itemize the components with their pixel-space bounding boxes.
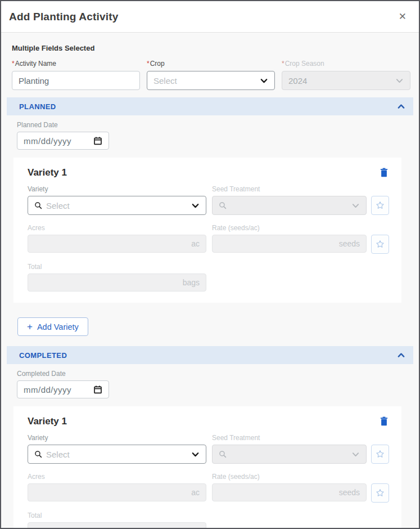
- acres-label: Acres: [28, 473, 206, 481]
- activity-name-label: *Activity Name: [12, 60, 140, 68]
- total-unit: bags: [183, 527, 200, 529]
- completed-variety-card: Variety 1 Variety Select: [13, 406, 401, 529]
- total-label: Total: [28, 263, 206, 271]
- rate-label: Rate (seeds/ac): [212, 224, 389, 232]
- top-fields-row: *Activity Name *Crop Select *Crop Season: [12, 60, 410, 90]
- crop-select[interactable]: Select: [147, 71, 275, 90]
- calendar-icon[interactable]: [93, 385, 102, 394]
- favorite-star-button[interactable]: [371, 196, 389, 215]
- chevron-down-icon: [260, 77, 268, 85]
- crop-label: *Crop: [147, 60, 275, 68]
- chevron-down-icon: [191, 201, 200, 210]
- crop-field: *Crop Select: [147, 60, 275, 90]
- card-header: Variety 1: [28, 415, 389, 427]
- crop-season-select: 2024: [282, 71, 410, 90]
- add-variety-button[interactable]: + Add Variety: [17, 317, 88, 336]
- trash-icon: [380, 168, 388, 177]
- planned-date-placeholder: mm/dd/yyyy: [24, 136, 71, 146]
- acres-input: ac: [28, 483, 206, 501]
- planned-section-title: PLANNED: [19, 102, 56, 111]
- acres-unit: ac: [191, 488, 200, 497]
- required-asterisk: *: [147, 60, 150, 68]
- favorite-star-button[interactable]: [371, 483, 389, 503]
- acres-label: Acres: [28, 224, 206, 232]
- required-asterisk: *: [282, 60, 284, 68]
- chevron-up-icon: [397, 102, 405, 111]
- delete-variety-button[interactable]: [379, 167, 389, 178]
- activity-name-field: *Activity Name: [12, 60, 140, 90]
- rate-input: seeds: [212, 483, 367, 501]
- acres-field: Acres ac: [28, 473, 206, 503]
- add-variety-label: Add Variety: [37, 322, 79, 331]
- search-icon: [219, 450, 227, 458]
- favorite-star-button[interactable]: [371, 235, 389, 254]
- variety-select-placeholder: Select: [46, 450, 187, 459]
- seed-treatment-field: Seed Treatment: [212, 434, 389, 464]
- crop-season-value: 2024: [288, 76, 391, 86]
- star-icon: [375, 488, 385, 498]
- crop-season-label: *Crop Season: [282, 60, 410, 68]
- planned-variety-card: Variety 1 Variety Select: [13, 158, 401, 303]
- variety-label: Variety: [28, 185, 206, 194]
- chevron-down-icon: [351, 450, 360, 459]
- variety-card-title: Variety 1: [28, 416, 67, 427]
- variety-card-title: Variety 1: [28, 167, 67, 178]
- seed-treatment-label: Seed Treatment: [212, 434, 389, 442]
- seed-treatment-select: [212, 196, 367, 215]
- total-unit: bags: [183, 278, 200, 287]
- close-icon[interactable]: ✕: [395, 10, 410, 24]
- required-asterisk: *: [12, 60, 15, 68]
- acres-field: Acres ac: [28, 224, 206, 254]
- completed-date-field: Completed Date mm/dd/yyyy: [17, 370, 413, 398]
- chevron-down-icon: [351, 201, 360, 210]
- completed-section-title: COMPLETED: [19, 351, 67, 360]
- crop-season-field: *Crop Season 2024: [282, 60, 410, 90]
- completed-section-header[interactable]: COMPLETED: [7, 346, 413, 364]
- chevron-down-icon: [395, 77, 404, 85]
- seed-treatment-field: Seed Treatment: [212, 185, 389, 215]
- rate-field: Rate (seeds/ac) seeds: [212, 224, 389, 254]
- acres-input: ac: [28, 235, 206, 253]
- rate-unit: seeds: [339, 488, 360, 497]
- calendar-icon[interactable]: [93, 136, 102, 145]
- trash-icon: [380, 416, 388, 426]
- dialog-header: Add Planting Activity ✕: [1, 1, 419, 33]
- planned-section-header[interactable]: PLANNED: [7, 97, 413, 115]
- plus-icon: +: [27, 322, 33, 331]
- crop-select-placeholder: Select: [153, 76, 256, 86]
- rate-unit: seeds: [339, 239, 360, 248]
- total-input: bags: [28, 274, 206, 292]
- search-icon: [34, 201, 42, 209]
- chevron-up-icon: [397, 351, 405, 360]
- variety-field: Variety Select: [28, 185, 206, 215]
- add-planting-activity-dialog: Add Planting Activity ✕ Multiple Fields …: [0, 0, 420, 529]
- chevron-down-icon: [191, 450, 200, 459]
- variety-field: Variety Select: [28, 434, 206, 464]
- variety-select[interactable]: Select: [28, 196, 206, 215]
- search-icon: [219, 201, 227, 209]
- card-grid: Variety Select Seed Treatment: [28, 434, 389, 529]
- planned-date-field: Planned Date mm/dd/yyyy: [17, 121, 413, 150]
- dialog-body: Multiple Fields Selected *Activity Name …: [1, 44, 419, 529]
- planned-date-label: Planned Date: [17, 121, 413, 129]
- total-field: Total bags: [28, 512, 206, 529]
- search-icon: [34, 450, 42, 458]
- delete-variety-button[interactable]: [379, 415, 389, 427]
- star-icon: [375, 239, 385, 249]
- card-header: Variety 1: [28, 167, 389, 178]
- rate-label: Rate (seeds/ac): [212, 473, 389, 481]
- rate-input: seeds: [212, 235, 367, 253]
- total-field: Total bags: [28, 263, 206, 292]
- completed-date-placeholder: mm/dd/yyyy: [24, 385, 71, 394]
- total-label: Total: [28, 512, 206, 520]
- favorite-star-button[interactable]: [371, 445, 389, 464]
- completed-date-input[interactable]: mm/dd/yyyy: [17, 380, 109, 398]
- fields-selected-label: Multiple Fields Selected: [12, 44, 408, 52]
- activity-name-input[interactable]: [12, 71, 140, 90]
- variety-select[interactable]: Select: [28, 445, 206, 464]
- star-icon: [375, 449, 385, 459]
- variety-select-placeholder: Select: [46, 201, 187, 210]
- card-grid: Variety Select Seed Treatment: [28, 185, 389, 292]
- planned-date-input[interactable]: mm/dd/yyyy: [17, 132, 109, 150]
- completed-date-label: Completed Date: [17, 370, 413, 378]
